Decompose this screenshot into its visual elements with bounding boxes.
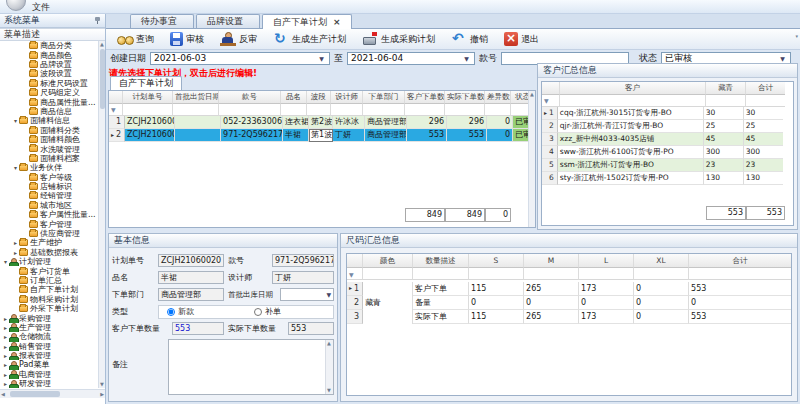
sidebar-item[interactable]: ▸ 仓储物流 [0, 332, 98, 341]
column-header[interactable]: 数量描述 [413, 254, 469, 268]
expand-arrow-icon[interactable]: ▸ [2, 315, 9, 322]
table-row[interactable]: 1 ZCJH21060024 052-23363006-1 连衣裙 第2波 许冰… [109, 116, 535, 129]
sidebar-item[interactable]: 商品属性批量... [0, 97, 98, 106]
sidebar-item[interactable]: 水洗唛管理 [0, 144, 98, 153]
column-header[interactable]: 客户下单数量 [405, 91, 445, 104]
tab-close-icon[interactable]: × [333, 18, 341, 27]
sidebar-item[interactable]: ▸ 销售管理 [0, 342, 98, 351]
document-tab[interactable]: 品牌设置 [196, 14, 260, 28]
expand-arrow-icon[interactable]: ▸ [2, 333, 9, 340]
sidebar-item[interactable]: 商品颜色 [0, 50, 98, 59]
first-ship-combobox[interactable]: ▼ [280, 288, 334, 301]
table-row[interactable]: 6 sty-浙江杭州-1502订货专用-PO 130 130 [542, 172, 793, 185]
sidebar-item[interactable]: ▸ 研发管理 [0, 379, 98, 388]
column-header[interactable]: 波段 [307, 91, 331, 104]
column-header[interactable]: 藏青 [706, 82, 746, 95]
column-header[interactable]: 设计师 [331, 91, 363, 104]
toolbar-overflow-icon[interactable]: ▾ [795, 33, 798, 39]
table-row[interactable]: 4 sww-浙江杭州-6100订货专用-PO 300 300 [542, 146, 793, 159]
sidebar-item[interactable]: 订单汇总 [0, 276, 98, 285]
sidebar-item[interactable]: 店铺标识 [0, 182, 98, 191]
scroll-up-icon[interactable]: ▲ [530, 92, 534, 97]
sidebar-item[interactable]: ▸ 采购管理 [0, 313, 98, 322]
date-to-combobox[interactable]: 2021-06-04 ▼ [347, 52, 475, 65]
sidebar-item[interactable]: 城市地区 [0, 201, 98, 210]
sidebar-item[interactable]: ▾ 面辅料信息 [0, 116, 98, 125]
table-vertical-scrollbar[interactable]: ▲ [528, 91, 535, 227]
sidebar-item[interactable]: 标准尺码设置 [0, 79, 98, 88]
table-row[interactable]: 2 藏青 备量 0 0 0 0 0 [347, 296, 791, 310]
sidebar-item[interactable]: 供应商管理 [0, 229, 98, 238]
chevron-down-icon[interactable]: ▼ [462, 55, 471, 62]
table-filter-row[interactable]: ▼ [542, 95, 793, 107]
cell-wave[interactable]: 第1波 [309, 129, 333, 142]
sidebar-item[interactable]: 物料采购计划 [0, 295, 98, 304]
column-header[interactable]: L [579, 254, 634, 268]
toolbar-button[interactable]: 反审 [217, 31, 260, 47]
chevron-down-icon[interactable]: ▼ [326, 289, 331, 300]
scroll-up-icon[interactable]: ▲ [327, 341, 331, 346]
scroll-down-icon[interactable]: ▼ [327, 388, 331, 393]
scrollbar-thumb[interactable] [100, 49, 105, 109]
expand-arrow-icon[interactable]: ▸ [2, 324, 9, 331]
column-header[interactable]: S [469, 254, 524, 268]
sidebar-item[interactable]: 外采下单计划 [0, 304, 98, 313]
sidebar-item[interactable]: 品牌设置 [0, 60, 98, 69]
column-header[interactable]: 款号 [219, 91, 281, 104]
table-filter-row[interactable]: ▼ [109, 104, 535, 116]
expand-arrow-icon[interactable]: ▸ [2, 380, 9, 387]
scrollbar-thumb[interactable] [10, 391, 60, 397]
column-header[interactable]: 客户 [560, 82, 706, 95]
sidebar-item[interactable]: 面辅料档案 [0, 154, 98, 163]
sidebar-item[interactable]: 客户属性批量... [0, 210, 98, 219]
sidebar-item[interactable]: 商品分类 [0, 41, 98, 50]
pin-icon[interactable] [94, 17, 101, 24]
cell-wave[interactable]: 第2波 [309, 116, 333, 129]
product-field[interactable]: 半裙 [158, 271, 224, 284]
toolbar-button[interactable]: 退出 [501, 31, 542, 47]
toolbar-button[interactable]: 撤销 [448, 31, 491, 47]
expand-arrow-icon[interactable]: ▾ [2, 258, 9, 265]
scroll-down-icon[interactable]: ▼ [100, 382, 104, 387]
document-tab[interactable]: 待办事宜 [130, 14, 194, 28]
filter-funnel-icon[interactable]: ▼ [111, 106, 116, 113]
sidebar-item[interactable]: ▾ 业务伙伴 [0, 163, 98, 172]
expand-arrow-icon[interactable]: ▾ [12, 164, 19, 171]
sidebar-item[interactable]: ▾ 计划管理 [0, 257, 98, 266]
expand-arrow-icon[interactable]: ▾ [12, 117, 19, 124]
sidebar-item[interactable]: 尺码组定义 [0, 88, 98, 97]
sidebar-item[interactable]: ▸ 电商管理 [0, 370, 98, 379]
toolbar-button[interactable]: 查询 [114, 31, 157, 47]
expand-arrow-icon[interactable]: ▸ [2, 343, 9, 350]
toolbar-button[interactable]: 生成采购计划 [359, 31, 438, 47]
table-row[interactable]: ▸1 客户下单 115 265 173 0 553 [347, 282, 791, 296]
plan-no-field[interactable]: ZCJH21060020 [158, 254, 224, 267]
sidebar-item[interactable]: 自产下单计划 [0, 285, 98, 294]
toolbar-button[interactable]: 审核 [167, 31, 207, 47]
type-new-radio[interactable] [167, 308, 175, 316]
scroll-left-icon[interactable]: ◀ [1, 392, 5, 397]
designer-field[interactable]: 丁妍 [272, 271, 334, 284]
sidebar-vertical-scrollbar[interactable]: ▲ ▼ [98, 41, 105, 388]
style-no-field[interactable]: 971-2Q596217 [272, 254, 334, 267]
sidebar-item[interactable]: 客户等级 [0, 172, 98, 181]
column-header[interactable]: 下单部门 [363, 91, 405, 104]
column-header[interactable]: 实际下单数量 [445, 91, 485, 104]
sidebar-horizontal-scrollbar[interactable]: ◀ ▶ [0, 389, 105, 398]
filter-funnel-icon[interactable]: ▼ [349, 271, 354, 278]
column-header[interactable]: 差异数量 [485, 91, 511, 104]
expand-arrow-icon[interactable]: ▸ [12, 239, 19, 246]
sidebar-item[interactable]: ▸ 生产管理 [0, 323, 98, 332]
filter-funnel-icon[interactable]: ▼ [544, 97, 549, 104]
sidebar-item[interactable]: 经销管理 [0, 191, 98, 200]
sidebar-item[interactable]: ▸ 基础数据报表 [0, 248, 98, 257]
chevron-down-icon[interactable]: ▼ [778, 55, 787, 62]
type-repeat-option[interactable]: 补单 [254, 306, 333, 317]
table-filter-row[interactable]: ▼ [347, 268, 791, 282]
sidebar-item[interactable]: ▸ 生产维护 [0, 238, 98, 247]
column-header[interactable]: 首批出货日期 [173, 91, 219, 104]
column-header[interactable]: 品名 [281, 91, 307, 104]
date-from-combobox[interactable]: 2021-06-03 ▼ [150, 52, 330, 65]
remark-textarea[interactable]: ▲ ▼ [168, 339, 334, 395]
column-header[interactable]: 合计 [746, 82, 785, 95]
